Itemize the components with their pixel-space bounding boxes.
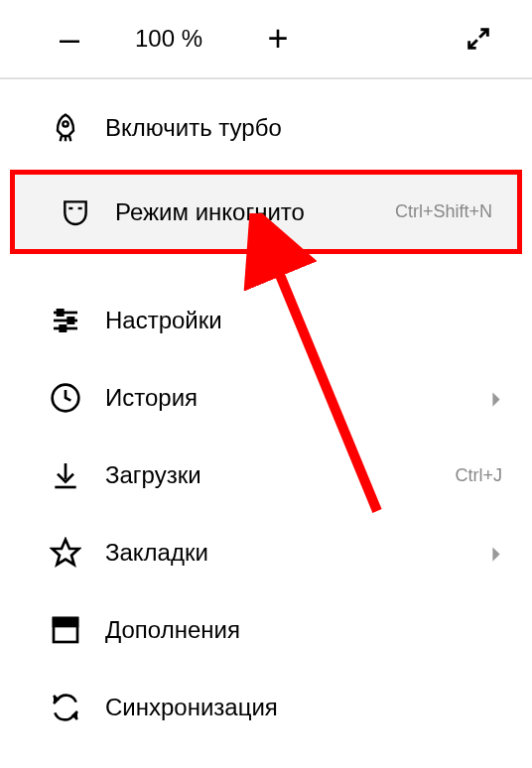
clock-icon — [50, 382, 81, 414]
menu-item-sync[interactable]: Синхронизация — [0, 669, 532, 746]
chevron-right-icon — [490, 390, 502, 406]
svg-rect-4 — [58, 310, 63, 315]
menu-item-bookmarks[interactable]: Закладки — [0, 514, 532, 591]
menu-label: Дополнения — [105, 616, 240, 644]
svg-rect-6 — [68, 318, 73, 322]
download-icon — [50, 459, 81, 491]
zoom-level: 100 % — [129, 25, 208, 53]
zoom-in-button[interactable]: + — [258, 18, 298, 60]
addon-icon — [50, 614, 81, 646]
menu-list: Включить турбо Режим инкогнито Ctrl+Shif… — [0, 79, 532, 768]
fullscreen-icon[interactable] — [465, 25, 492, 53]
svg-rect-12 — [54, 618, 77, 626]
sync-icon — [50, 692, 81, 723]
menu-label: Настройки — [105, 307, 222, 334]
menu-label: Режим инкогнито — [115, 198, 305, 226]
svg-rect-8 — [61, 325, 66, 330]
zoom-out-button[interactable]: – — [50, 18, 89, 60]
rocket-icon — [50, 112, 81, 144]
menu-item-history[interactable]: История — [0, 359, 532, 437]
menu-label: Загрузки — [105, 461, 201, 489]
menu-item-addons[interactable]: Дополнения — [0, 591, 532, 669]
menu-label: Синхронизация — [105, 694, 278, 721]
menu-label: История — [105, 384, 198, 412]
menu-item-downloads[interactable]: Загрузки Ctrl+J — [0, 437, 532, 514]
menu-item-turbo[interactable]: Включить турбо — [0, 89, 532, 167]
zoom-toolbar: – 100 % + — [0, 0, 532, 79]
sliders-icon — [50, 305, 81, 336]
menu-item-incognito[interactable]: Режим инкогнито Ctrl+Shift+N — [10, 170, 522, 254]
star-icon — [50, 537, 81, 569]
svg-point-0 — [63, 121, 67, 126]
menu-shortcut: Ctrl+Shift+N — [395, 201, 492, 222]
menu-item-settings[interactable]: Настройки — [0, 282, 532, 359]
menu-item-more[interactable]: Дополнительно — [0, 746, 532, 768]
menu-label: Закладки — [105, 539, 208, 567]
mask-icon — [60, 196, 91, 228]
chevron-right-icon — [490, 545, 502, 561]
menu-label: Включить турбо — [105, 114, 282, 142]
menu-shortcut: Ctrl+J — [455, 465, 502, 486]
